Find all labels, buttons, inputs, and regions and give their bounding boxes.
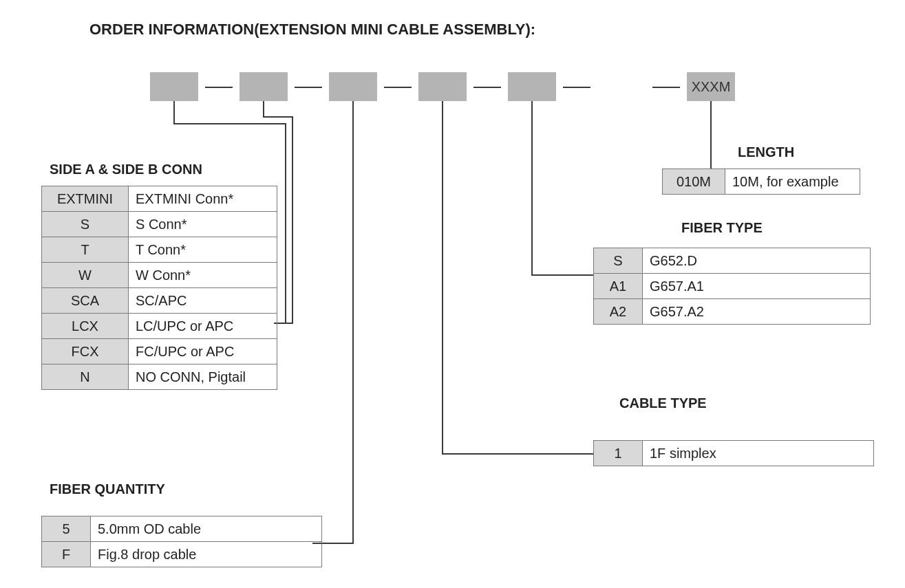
dash-icon: [295, 87, 322, 88]
dash-icon: [384, 87, 412, 88]
dash-icon: [473, 87, 501, 88]
desc-cell: 10M, for example: [725, 169, 860, 195]
table-row: TT Conn*: [42, 237, 277, 263]
partcode-box-2: [239, 72, 288, 101]
partcode-box-4: [418, 72, 467, 101]
code-cell: A1: [594, 274, 643, 299]
table-row: NNO CONN, Pigtail: [42, 364, 277, 390]
order-info-diagram: ORDER INFORMATION(EXTENSION MINI CABLE A…: [0, 0, 905, 588]
table-row: A1G657.A1: [594, 274, 871, 299]
code-cell: N: [42, 364, 129, 390]
desc-cell: NO CONN, Pigtail: [129, 364, 277, 390]
table-row: EXTMINIEXTMINI Conn*: [42, 186, 277, 212]
code-cell: 5: [42, 516, 91, 542]
table-fibertype: SG652.D A1G657.A1 A2G657.A2: [593, 248, 871, 325]
code-cell: T: [42, 237, 129, 263]
table-row: SG652.D: [594, 248, 871, 274]
code-cell: A2: [594, 299, 643, 325]
code-cell: EXTMINI: [42, 186, 129, 212]
table-row: A2G657.A2: [594, 299, 871, 325]
table-row: 55.0mm OD cable: [42, 516, 322, 542]
desc-cell: FC/UPC or APC: [129, 339, 277, 364]
code-cell: 010M: [663, 169, 725, 195]
desc-cell: G657.A1: [643, 274, 871, 299]
table-sideab: EXTMINIEXTMINI Conn* SS Conn* TT Conn* W…: [41, 186, 277, 390]
desc-cell: LC/UPC or APC: [129, 314, 277, 339]
table-length: 010M10M, for example: [662, 168, 860, 195]
table-row: WW Conn*: [42, 263, 277, 288]
partcode-box-5: [508, 72, 556, 101]
code-cell: S: [42, 212, 129, 237]
table-row: 11F simplex: [594, 441, 874, 466]
partcode-text-6: XXXM: [692, 79, 731, 95]
desc-cell: Fig.8 drop cable: [91, 542, 322, 567]
code-cell: SCA: [42, 288, 129, 314]
table-row: LCXLC/UPC or APC: [42, 314, 277, 339]
desc-cell: W Conn*: [129, 263, 277, 288]
desc-cell: G657.A2: [643, 299, 871, 325]
partcode-box-6: XXXM: [687, 72, 735, 101]
code-cell: LCX: [42, 314, 129, 339]
desc-cell: G652.D: [643, 248, 871, 274]
section-title-sideab: SIDE A & SIDE B CONN: [50, 162, 202, 177]
section-title-fiberqty: FIBER QUANTITY: [50, 481, 165, 497]
section-title-length: LENGTH: [738, 144, 794, 160]
code-cell: F: [42, 542, 91, 567]
desc-cell: EXTMINI Conn*: [129, 186, 277, 212]
partcode-box-1: [150, 72, 198, 101]
table-row: FFig.8 drop cable: [42, 542, 322, 567]
partcode-box-3: [329, 72, 377, 101]
desc-cell: 5.0mm OD cable: [91, 516, 322, 542]
table-row: 010M10M, for example: [663, 169, 860, 195]
dash-icon: [563, 87, 590, 88]
dash-icon: [652, 87, 680, 88]
dash-icon: [205, 87, 233, 88]
page-title: ORDER INFORMATION(EXTENSION MINI CABLE A…: [89, 21, 535, 39]
desc-cell: S Conn*: [129, 212, 277, 237]
section-title-cabletype: CABLE TYPE: [619, 395, 707, 411]
desc-cell: T Conn*: [129, 237, 277, 263]
table-row: SS Conn*: [42, 212, 277, 237]
table-fiberqty: 55.0mm OD cable FFig.8 drop cable: [41, 516, 322, 567]
table-row: SCASC/APC: [42, 288, 277, 314]
desc-cell: 1F simplex: [643, 441, 874, 466]
table-cabletype: 11F simplex: [593, 440, 874, 466]
table-row: FCXFC/UPC or APC: [42, 339, 277, 364]
code-cell: FCX: [42, 339, 129, 364]
code-cell: S: [594, 248, 643, 274]
code-cell: W: [42, 263, 129, 288]
code-cell: 1: [594, 441, 643, 466]
desc-cell: SC/APC: [129, 288, 277, 314]
section-title-fibertype: FIBER TYPE: [681, 220, 763, 236]
